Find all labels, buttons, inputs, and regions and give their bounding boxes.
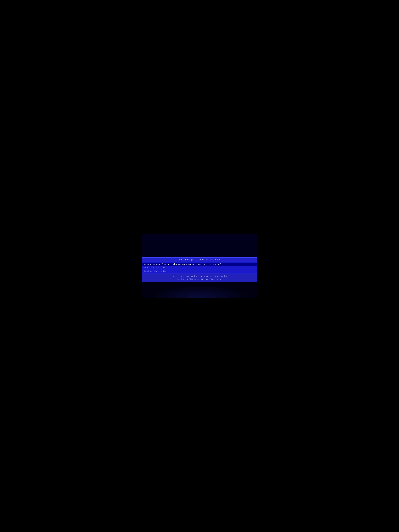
boot-option-efi-file[interactable]: Boot From EFI File <box>142 266 257 270</box>
bios-screen: Boot Manager - Boot Option Menu OS Boot … <box>142 234 257 298</box>
title-bar: Boot Manager - Boot Option Menu <box>142 258 257 262</box>
boot-menu-list[interactable]: OS Boot Manager(UEFI) - Windows Boot Man… <box>142 262 257 273</box>
bottom-black-area <box>142 282 257 298</box>
boot-option-hard-drive[interactable]: Notebook Hard Drive <box>142 270 257 273</box>
top-black-area <box>142 234 257 257</box>
bios-panel: Boot Manager - Boot Option Menu OS Boot … <box>142 257 257 282</box>
hint-line-1: ↑ and ↓ to change option, ENTER to selec… <box>144 275 255 278</box>
boot-option-windows[interactable]: OS Boot Manager(UEFI) - Windows Boot Man… <box>142 263 257 266</box>
hint-bar: ↑ and ↓ to change option, ENTER to selec… <box>142 273 257 282</box>
hint-line-2: Press F10 to BIOS Setup Options, ESC to … <box>144 278 255 281</box>
boot-manager-title: Boot Manager - Boot Option Menu <box>178 259 221 261</box>
